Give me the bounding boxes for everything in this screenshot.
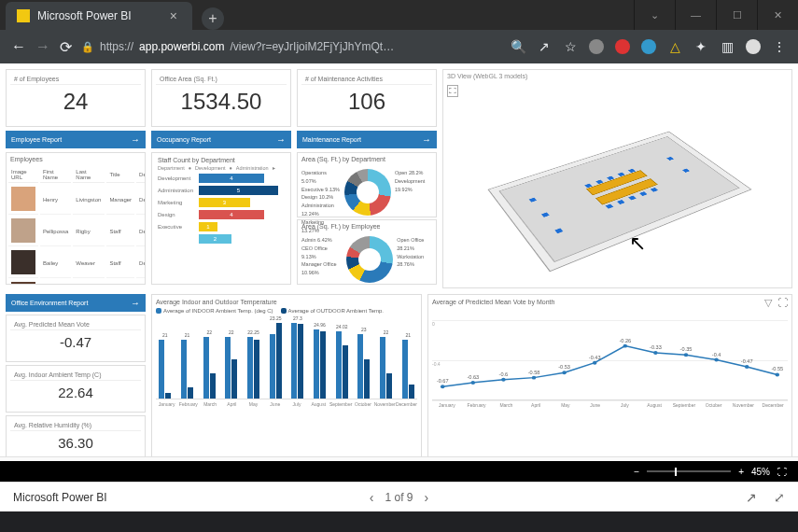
outdoor-bar[interactable] <box>409 385 414 399</box>
table-col-header[interactable]: Title <box>106 167 134 183</box>
indoor-bar[interactable] <box>314 329 319 399</box>
kebab-menu-icon[interactable]: ⋮ <box>772 39 787 54</box>
outdoor-bar[interactable] <box>165 393 171 399</box>
share-icon[interactable]: ↗ <box>537 39 552 54</box>
filter-icon[interactable]: ▽ <box>764 297 772 309</box>
indoor-bar[interactable] <box>402 340 408 399</box>
table-row[interactable]: PellipossaRigbyStaffDevelopment <box>8 217 146 246</box>
bar-group: 22 <box>377 337 396 399</box>
search-icon[interactable]: 🔍 <box>511 39 525 54</box>
extension-icon-4[interactable]: △ <box>667 39 682 54</box>
table-cell: Staff <box>106 217 134 246</box>
legend-item: Average of OUTDOOR Ambient Temp. <box>288 308 385 314</box>
legend-item: Executive 9.13% <box>301 186 341 194</box>
employees-table[interactable]: Image URLFirst NameLast NameTitleDepartm… <box>7 165 146 285</box>
temp-chart-title: Average Indoor and Outdoor Temperature <box>156 299 417 305</box>
bar[interactable]: 4 <box>199 210 264 219</box>
window-close-icon[interactable]: ✕ <box>757 0 798 30</box>
bar-row: Design4 <box>158 210 285 219</box>
cursor-icon: ↖ <box>629 231 646 256</box>
outdoor-bar[interactable] <box>343 345 348 399</box>
table-row[interactable]: LintonKirkpatrickStaffDevelopment <box>8 280 146 285</box>
3d-viewer[interactable]: 3D View (WebGL 3 models) ⛶ <box>442 69 792 288</box>
table-row[interactable]: HenryLivingstonManagerDesign <box>8 185 146 215</box>
outdoor-bar[interactable] <box>276 323 282 399</box>
fullscreen-report-icon[interactable]: ⤢ <box>774 490 785 505</box>
svg-point-14 <box>653 351 657 355</box>
table-row[interactable]: BaileyWeaverStaffDesign <box>8 248 146 278</box>
indoor-bar[interactable] <box>247 337 253 399</box>
page-indicator: 1 of 9 <box>385 491 413 504</box>
indoor-bar[interactable] <box>159 340 164 399</box>
reading-list-icon[interactable]: ▥ <box>720 39 735 54</box>
extensions-puzzle-icon[interactable]: ✦ <box>693 39 708 54</box>
outdoor-bar[interactable] <box>364 359 370 399</box>
share-report-icon[interactable]: ↗ <box>746 490 757 505</box>
table-col-header[interactable]: Image URL <box>8 167 38 183</box>
occupancy-report-button[interactable]: Occupancy Report→ <box>151 131 291 148</box>
reload-button[interactable]: ⟳ <box>60 38 72 56</box>
env-kpi-label: Avg. Relative Humidity (%) <box>10 420 141 431</box>
extension-icon-2[interactable] <box>615 39 630 54</box>
zoom-in-button[interactable]: + <box>738 467 744 477</box>
fit-page-icon[interactable]: ⛶ <box>777 467 787 477</box>
bar-group: 21 <box>156 340 175 399</box>
window-dropdown-icon[interactable]: ⌄ <box>634 0 675 30</box>
indoor-bar[interactable] <box>225 337 231 399</box>
bar[interactable]: 1 <box>199 222 217 231</box>
profile-avatar[interactable] <box>746 39 761 54</box>
prev-page-button[interactable]: ‹ <box>370 490 374 505</box>
indoor-bar[interactable] <box>380 337 385 399</box>
bar[interactable]: 3 <box>199 198 250 207</box>
tab-close-icon[interactable]: × <box>170 8 177 23</box>
outdoor-bar[interactable] <box>298 324 303 399</box>
window-minimize-icon[interactable]: — <box>675 0 716 30</box>
bookmark-star-icon[interactable]: ☆ <box>563 39 578 54</box>
next-page-button[interactable]: › <box>425 490 429 505</box>
address-bar[interactable]: 🔒 https://app.powerbi.com/view?r=eyJrIjo… <box>81 40 501 53</box>
chevron-right-icon[interactable]: ▸ <box>273 165 275 171</box>
extension-icon-1[interactable] <box>589 39 604 54</box>
outdoor-bar[interactable] <box>231 359 237 399</box>
legend-item: Administration 12.24% <box>301 202 341 218</box>
forward-button[interactable]: → <box>35 38 50 55</box>
table-col-header[interactable]: First Name <box>40 167 71 183</box>
new-tab-button[interactable]: + <box>202 7 224 30</box>
back-button[interactable]: ← <box>11 38 26 55</box>
building-model[interactable]: ↖ <box>487 110 749 287</box>
office-env-report-button[interactable]: Office Environment Report→ <box>6 294 146 312</box>
maintenance-report-button[interactable]: Maintenance Report→ <box>297 131 437 148</box>
temp-xaxis: JanuaryFebruaryMarchAprilMayJuneJulyAugu… <box>156 401 417 407</box>
outdoor-bar[interactable] <box>210 373 216 399</box>
bar-row: Administration5 <box>158 186 285 195</box>
outdoor-bar[interactable] <box>320 331 326 399</box>
kpi-employees: # of Employees 24 <box>6 69 146 127</box>
window-maximize-icon[interactable]: ☐ <box>716 0 757 30</box>
employees-table-card: Employees Image URLFirst NameLast NameTi… <box>6 152 146 285</box>
bar[interactable]: 5 <box>199 186 278 195</box>
indoor-bar[interactable] <box>336 331 342 399</box>
outdoor-bar[interactable] <box>386 373 392 399</box>
browser-tab-active[interactable]: Microsoft Power BI × <box>6 2 192 30</box>
table-cell: Staff <box>106 280 134 285</box>
bar-group: 22 <box>200 337 218 399</box>
zoom-slider[interactable] <box>647 470 731 472</box>
indoor-bar[interactable] <box>357 334 363 399</box>
extension-icon-3[interactable] <box>641 39 656 54</box>
table-col-header[interactable]: Department <box>136 167 146 183</box>
indoor-bar[interactable] <box>270 334 275 399</box>
outdoor-bar[interactable] <box>188 387 193 399</box>
focus-mode-icon[interactable]: ⛶ <box>777 297 788 309</box>
zoom-out-button[interactable]: − <box>634 467 639 477</box>
bar[interactable]: 2 <box>199 234 231 244</box>
outdoor-bar[interactable] <box>254 340 259 399</box>
employee-report-button[interactable]: Employee Report→ <box>6 131 146 148</box>
bar[interactable]: 4 <box>199 174 264 183</box>
indoor-bar[interactable] <box>203 337 209 399</box>
legend-item: Department <box>158 165 185 171</box>
viewer-title: 3D View (WebGL 3 models) <box>443 70 791 82</box>
indoor-bar[interactable] <box>291 323 297 399</box>
fullscreen-icon[interactable]: ⛶ <box>447 85 458 97</box>
table-col-header[interactable]: Last Name <box>73 167 105 183</box>
indoor-bar[interactable] <box>181 340 187 399</box>
